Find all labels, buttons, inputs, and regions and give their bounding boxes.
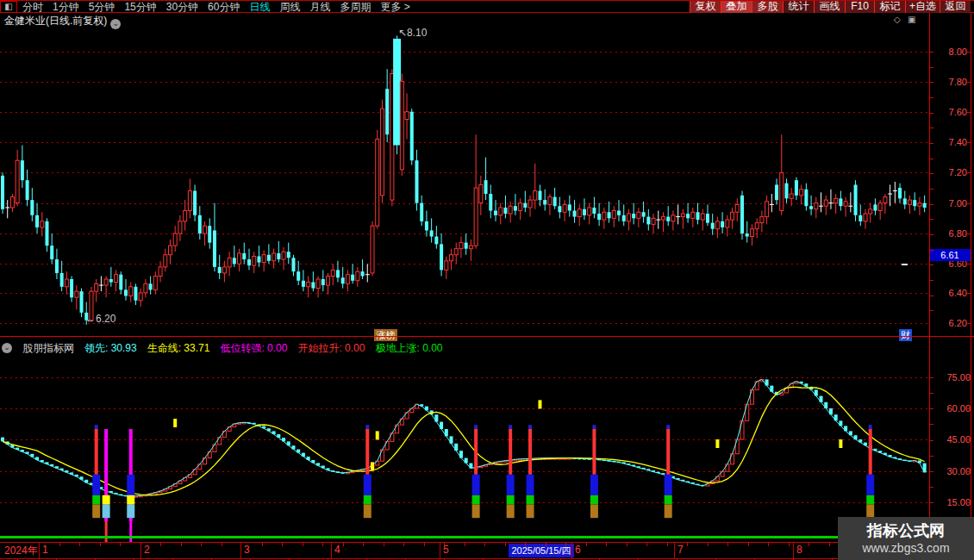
ind-tick-right [966, 408, 971, 409]
indicator-header: ⌄ 股朋指标网 领先: 30.93生命线: 33.71低位转强: 0.00开始拉… [2, 339, 443, 358]
price-dash-marker [902, 264, 908, 265]
week-tick [646, 543, 647, 546]
week-tick [303, 543, 303, 546]
price-tick [929, 52, 933, 53]
price-tick [929, 143, 933, 144]
week-tick [79, 543, 80, 546]
price-tick [929, 234, 933, 235]
ind-tick [929, 502, 933, 503]
week-tick [363, 543, 364, 546]
watermark: 指标公式网 www.zbgs3.com [838, 517, 974, 560]
high-annotation: ↖8.10 [398, 27, 427, 39]
selected-date-tag: 2025/05/15/四 [509, 544, 574, 557]
price-tick-right [966, 203, 971, 204]
diamond-icon[interactable]: ◇ [894, 15, 901, 24]
button-+自选[interactable]: +自选 [905, 1, 940, 13]
month-label-7: 7 [677, 544, 684, 556]
price-label-6.20: 6.20 [933, 318, 967, 328]
ind-tick-right [966, 471, 971, 472]
period-5分钟[interactable]: 5分钟 [89, 1, 116, 13]
ind-tick-right [966, 439, 971, 440]
split-window-icon[interactable]: ▣ [908, 15, 915, 24]
price-tick [929, 173, 933, 174]
month-label-2: 2 [144, 544, 150, 556]
indicator-field-低位转强: 低位转强: 0.00 [220, 341, 287, 356]
ind-label-30.00: 30.00 [933, 466, 971, 476]
button-多股[interactable]: 多股 [752, 1, 783, 13]
period-周线[interactable]: 周线 [279, 1, 300, 13]
week-tick [606, 543, 607, 546]
layout-split-icon[interactable]: ◧ [0, 1, 17, 13]
week-tick [201, 543, 202, 546]
price-tick [929, 219, 933, 220]
price-tick [929, 204, 933, 205]
cai-badge[interactable]: 财 [899, 329, 912, 341]
indicator-collapse-icon[interactable]: ⌄ [2, 343, 12, 353]
price-tick-right [966, 264, 971, 264]
ind-tick [929, 377, 933, 378]
button-F10[interactable]: F10 [845, 1, 874, 13]
ind-tick [929, 424, 933, 425]
indicator-name[interactable]: 股朋指标网 [22, 341, 74, 356]
title-bar: 金健米业(日线.前复权)⌄ ◇ ▣ [0, 13, 974, 27]
price-tick [929, 189, 933, 190]
period-分时[interactable]: 分时 [22, 1, 43, 13]
button-画线[interactable]: 画线 [814, 1, 845, 13]
month-label-8: 8 [796, 544, 802, 556]
period-月线[interactable]: 月线 [309, 1, 330, 13]
button-叠加[interactable]: 叠加 [721, 1, 752, 13]
price-label-6.40: 6.40 [933, 288, 967, 298]
price-tick-right [966, 82, 971, 83]
indicator-field-极地上涨: 极地上涨: 0.00 [375, 341, 442, 356]
indicator-field-生命线: 生命线: 33.71 [147, 341, 210, 356]
week-tick [789, 543, 790, 546]
axis-border-left [929, 13, 930, 558]
week-tick [181, 543, 182, 546]
month-divider [440, 543, 440, 558]
period-menu: 分时1分钟5分钟15分钟30分钟60分钟日线周线月线多周期更多 > [22, 1, 410, 13]
week-tick [829, 543, 830, 546]
candlestick-chart[interactable] [0, 26, 929, 336]
price-tick [929, 82, 933, 83]
button-返回[interactable]: 返回 [940, 1, 971, 13]
price-tick-right [966, 142, 971, 143]
more-menu[interactable]: 更多 > [380, 1, 409, 13]
week-tick [525, 543, 526, 546]
week-tick [444, 543, 445, 546]
period-15分钟[interactable]: 15分钟 [124, 1, 156, 13]
week-tick [120, 543, 121, 546]
price-label-7.60: 7.60 [933, 107, 967, 117]
watermark-title: 指标公式网 [867, 521, 945, 540]
price-label-7.00: 7.00 [933, 198, 967, 208]
week-tick [768, 543, 769, 546]
month-divider [793, 543, 794, 558]
app-window: ◧ 分时1分钟5分钟15分钟30分钟60分钟日线周线月线多周期更多 > 复权叠加… [0, 0, 974, 560]
period-60分钟[interactable]: 60分钟 [208, 1, 240, 13]
button-标记[interactable]: 标记 [874, 1, 905, 13]
price-tick [929, 128, 933, 128]
date-axis[interactable]: 2024年 2025/05/15/四 12345678 [0, 543, 974, 558]
ind-label-60.00: 60.00 [933, 403, 971, 414]
ind-tick-right [966, 377, 971, 378]
ind-tick-right [966, 502, 971, 503]
price-tick [929, 113, 933, 114]
period-多周期[interactable]: 多周期 [340, 1, 371, 13]
week-tick [546, 543, 546, 546]
week-tick [59, 543, 60, 546]
ind-label-15.00: 15.00 [933, 497, 971, 507]
period-30分钟[interactable]: 30分钟 [166, 1, 198, 13]
top-toolbar: ◧ 分时1分钟5分钟15分钟30分钟60分钟日线周线月线多周期更多 > 复权叠加… [0, 0, 974, 13]
month-divider [674, 543, 675, 558]
toolbar-right-buttons: 复权叠加多股统计画线F10标记+自选返回 [690, 1, 971, 13]
ind-label-75.00: 75.00 [933, 372, 971, 383]
price-tick [929, 67, 933, 68]
price-tick-right [966, 112, 971, 113]
price-label-7.80: 7.80 [933, 77, 967, 87]
period-1分钟[interactable]: 1分钟 [53, 1, 79, 13]
button-统计[interactable]: 统计 [783, 1, 814, 13]
period-日线[interactable]: 日线 [249, 1, 270, 13]
button-复权[interactable]: 复权 [690, 1, 721, 13]
indicator-chart[interactable] [0, 360, 929, 544]
week-tick [484, 543, 485, 546]
pane-divider[interactable] [0, 336, 974, 337]
